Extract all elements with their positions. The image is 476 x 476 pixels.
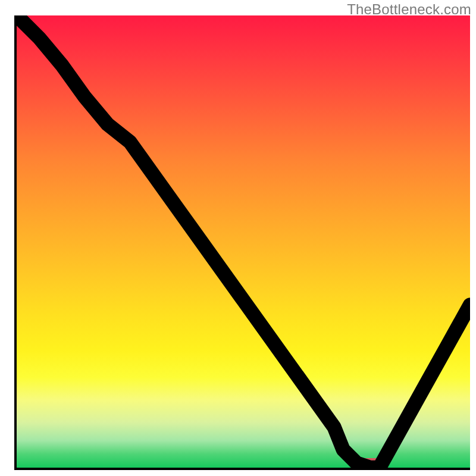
watermark-text: TheBottleneck.com	[347, 1, 471, 18]
chart-root: TheBottleneck.com	[0, 0, 476, 476]
gradient-background	[17, 15, 470, 468]
minimum-marker	[357, 458, 384, 466]
plot-area	[14, 15, 470, 470]
